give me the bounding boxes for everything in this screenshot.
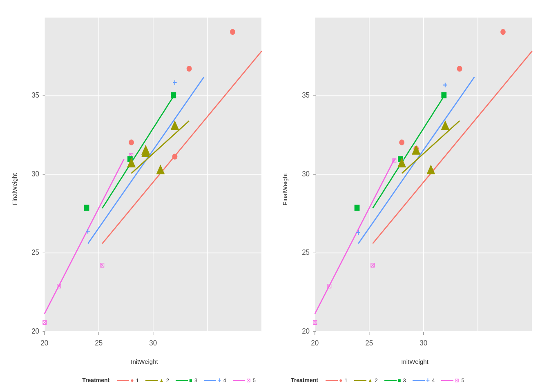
svg-text:+: + [443,80,447,90]
legend1-item-5: ⊠ 5 [233,377,256,383]
legend2-panel: Treatment ● 1 ▲ 2 ■ 3 + [291,376,467,384]
legend2-label-3: 3 [403,377,406,383]
svg-point-34 [129,140,134,145]
svg-text:20: 20 [311,339,319,347]
svg-text:30: 30 [31,169,39,178]
svg-text:⊠: ⊠ [392,157,397,164]
legend1-label-5: 5 [253,377,256,383]
legend2-item-3: ■ 3 [384,377,406,383]
svg-point-37 [230,29,235,35]
chart1-wrapper: FinalWeight [4,8,274,370]
legend2-label-5: 5 [461,377,464,383]
svg-text:25: 25 [302,248,310,256]
svg-point-85 [457,66,462,71]
svg-text:20: 20 [40,339,48,347]
legend1-item-3: ■ 3 [176,377,197,383]
svg-rect-43 [171,92,176,98]
legend1-panel: Treatment ● 1 ▲ 2 ■ 3 + [82,376,258,384]
svg-text:⊠: ⊠ [56,282,61,290]
svg-text:30: 30 [149,339,157,347]
chart2-y-label: FinalWeight [279,12,289,366]
chart1-inner: 20 25 30 35 20 25 30 [18,12,270,366]
svg-text:⊠: ⊠ [327,282,332,290]
svg-rect-41 [84,205,89,211]
svg-point-86 [500,29,506,35]
svg-text:⊠: ⊠ [42,318,47,326]
svg-text:25: 25 [31,248,39,256]
legend2-label-2: 2 [375,377,378,383]
svg-text:35: 35 [302,91,310,99]
chart2-inner: 20 25 30 35 20 25 30 [289,12,541,366]
svg-text:+: + [356,228,361,237]
svg-point-36 [187,66,192,71]
chart2-wrapper: FinalWeight [274,8,545,370]
svg-point-83 [399,140,404,145]
chart2-x-label: InitWeight [289,356,541,366]
legend1-label-4: 4 [223,377,226,383]
legend-row: Treatment ● 1 ▲ 2 ■ 3 + [0,370,549,392]
legend1-item-4: + 4 [204,376,226,384]
svg-text:30: 30 [302,169,310,178]
chart2-svg-area: 20 25 30 35 20 25 30 [289,12,541,356]
svg-text:20: 20 [302,327,310,335]
legend2-label-4: 4 [432,377,435,383]
legend2-item-4: + 4 [413,376,435,384]
legend2-item-5: ⊠ 5 [441,377,464,383]
svg-text:+: + [86,227,90,236]
chart1-x-label: InitWeight [18,356,270,366]
svg-rect-92 [441,92,446,98]
legend1-label-3: 3 [194,377,197,383]
legend1-title: Treatment [82,377,109,383]
legend2-label-1: 1 [344,377,347,383]
legend1-label-2: 2 [166,377,169,383]
svg-point-35 [172,154,178,159]
svg-text:30: 30 [420,339,427,347]
svg-text:25: 25 [365,339,373,347]
svg-text:20: 20 [31,327,39,335]
svg-text:+: + [172,78,177,87]
svg-text:⊠: ⊠ [312,318,317,326]
svg-text:35: 35 [31,91,39,99]
legend1-item-1: ● 1 [117,377,139,383]
legend2-title: Treatment [291,377,318,383]
chart1-svg-area: 20 25 30 35 20 25 30 [18,12,270,356]
legend2-item-1: ● 1 [326,377,348,383]
legend1-label-1: 1 [136,377,139,383]
svg-rect-90 [355,205,360,211]
legend2-item-2: ▲ 2 [354,377,378,383]
svg-text:⊠: ⊠ [100,262,105,269]
legend1-item-2: ▲ 2 [145,377,169,383]
chart1-y-label: FinalWeight [8,12,18,366]
charts-row: FinalWeight [0,0,549,370]
svg-text:25: 25 [95,339,103,347]
svg-text:⊠: ⊠ [370,262,375,269]
page-container: FinalWeight [0,0,549,392]
